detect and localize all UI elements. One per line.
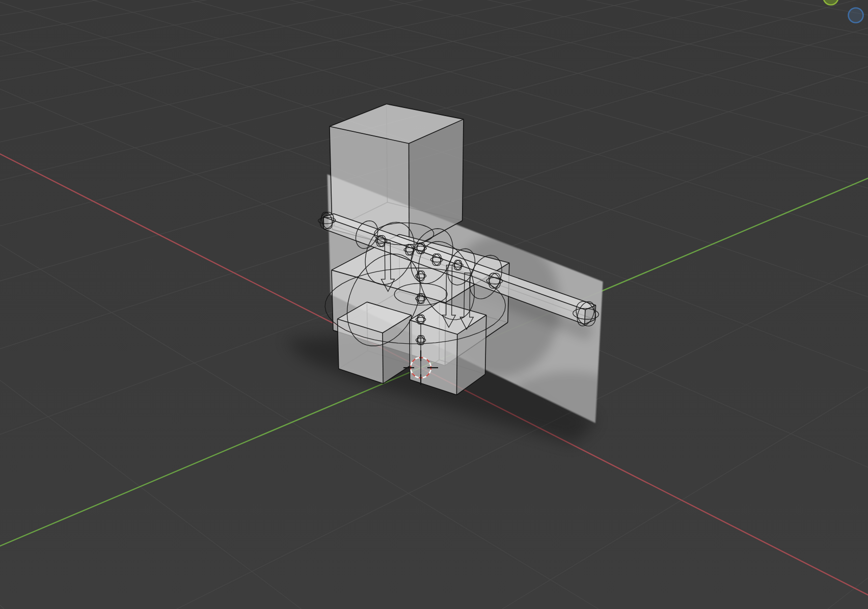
viewport-canvas	[0, 0, 868, 609]
gizmo-axis-z-ball[interactable]	[849, 8, 863, 23]
model-box-leg-left[interactable]	[337, 302, 411, 383]
blender-3d-viewport[interactable]	[0, 0, 868, 609]
